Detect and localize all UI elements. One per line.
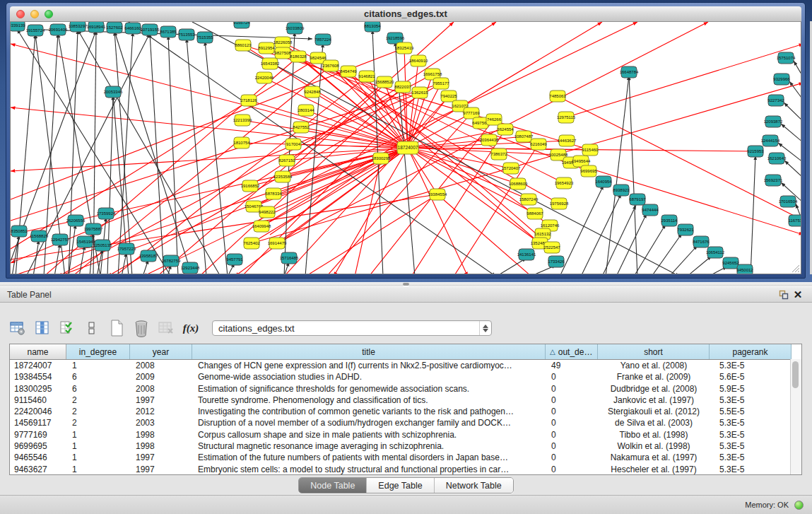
yellow-node[interactable]: 7386372 (490, 148, 507, 160)
yellow-node[interactable]: 8454749 (340, 66, 357, 77)
yellow-node[interactable]: 12213399 (233, 115, 252, 126)
cell-name[interactable]: 9699695 (10, 440, 66, 452)
table-edit-icon[interactable] (58, 319, 76, 337)
teal-node[interactable]: 12942757 (51, 234, 70, 245)
cell-year[interactable]: 1997 (130, 395, 192, 406)
teal-node[interactable]: 8471676 (693, 236, 710, 247)
cell-in_degree[interactable]: 1 (66, 429, 130, 440)
yellow-node[interactable]: 14463627 (558, 135, 577, 146)
citation-edge-red[interactable] (558, 96, 801, 221)
cell-year[interactable]: 2009 (130, 371, 192, 382)
cell-out_degree[interactable]: 0 (546, 395, 598, 406)
citation-edge-black[interactable] (372, 30, 383, 274)
teal-node[interactable]: 10654112 (706, 247, 725, 258)
citation-edge-black[interactable] (581, 194, 621, 274)
table-row[interactable]: 977716911998Corpus callosum shape and si… (10, 429, 801, 440)
network-canvas-svg[interactable]: 8339139191557242069140610853297169189411… (11, 22, 801, 274)
teal-node[interactable]: 13958187 (139, 250, 158, 262)
yellow-node[interactable]: 10688609 (509, 178, 528, 189)
yellow-node[interactable]: 18640910 (409, 55, 428, 66)
teal-node[interactable]: 1733426 (548, 256, 565, 267)
citation-edge-black[interactable] (781, 124, 801, 143)
teal-node[interactable]: 11568829 (30, 230, 49, 242)
teal-node[interactable]: 1527602 (106, 22, 123, 33)
teal-node[interactable]: 10719155 (141, 24, 160, 35)
table-row[interactable]: 1872400712008Changes of HCN gene express… (10, 360, 801, 371)
teal-node[interactable]: 15716485 (280, 252, 299, 264)
teal-node[interactable]: 14136141 (517, 249, 536, 260)
teal-node[interactable]: 9227342 (767, 95, 784, 106)
cell-year[interactable]: 2003 (130, 417, 192, 428)
citation-edge-black[interactable] (794, 61, 801, 78)
cell-year[interactable]: 2008 (130, 360, 192, 371)
yellow-node[interactable]: 22420046 (255, 72, 274, 83)
cell-in_degree[interactable]: 1 (66, 440, 130, 452)
cell-title[interactable]: Structural magnetic resonance image aver… (192, 440, 546, 452)
citation-edge-black[interactable] (33, 240, 39, 274)
citation-edge-black[interactable] (560, 185, 604, 274)
teal-node[interactable]: 16918941 (87, 22, 106, 33)
teal-node[interactable]: 7513553 (178, 29, 195, 40)
cell-name[interactable]: 14569117 (10, 417, 66, 428)
yellow-node[interactable]: 18300295 (372, 153, 391, 164)
yellow-node[interactable]: 18325419 (395, 42, 414, 54)
teal-node[interactable]: 9329966 (773, 74, 790, 85)
cell-out_degree[interactable]: 0 (546, 383, 598, 395)
teal-node[interactable]: 10853297 (69, 22, 88, 32)
teal-node[interactable]: 9450012 (736, 264, 753, 274)
teal-node[interactable]: 12444154 (761, 135, 780, 146)
citation-edge-red[interactable] (11, 148, 408, 171)
cell-pagerank[interactable]: 5.6E-5 (710, 371, 792, 382)
cell-short[interactable]: Tibbo et al. (1998) (598, 429, 710, 440)
teal-node[interactable]: 8813054 (364, 22, 381, 32)
yellow-node[interactable]: 7625402 (243, 238, 260, 249)
teal-node[interactable]: 16648784 (620, 66, 639, 78)
cell-year[interactable]: 1997 (130, 464, 192, 475)
cell-short[interactable]: Hescheler et al. (1997) (598, 464, 710, 475)
cell-year[interactable]: 1997 (130, 452, 192, 463)
teal-node[interactable]: 15751074 (777, 52, 796, 64)
teal-node[interactable]: 19975887 (84, 223, 103, 235)
cell-pagerank[interactable]: 5.3E-5 (710, 452, 792, 463)
table-row[interactable]: 946362711997Embryonic stem cells: a mode… (10, 464, 801, 475)
rows-icon[interactable] (83, 319, 101, 337)
citation-edge-black[interactable] (54, 243, 60, 274)
function-builder-icon[interactable]: f(x) (182, 319, 200, 337)
citation-edge-black[interactable] (669, 245, 698, 274)
cell-year[interactable]: 2008 (130, 383, 192, 395)
citation-edge-black[interactable] (69, 30, 78, 274)
yellow-node[interactable]: 9242848 (304, 86, 321, 98)
teal-node[interactable]: 8350851 (11, 226, 28, 237)
citation-edge-black[interactable] (784, 103, 801, 122)
table-row[interactable]: 946554611997Estimation of the future num… (10, 452, 801, 463)
cell-short[interactable]: Yano et al. (2008) (598, 360, 710, 371)
yellow-node[interactable]: 19384554 (428, 189, 447, 200)
yellow-node[interactable]: 15720407 (502, 163, 521, 174)
cell-pagerank[interactable]: 5.5E-5 (710, 406, 792, 417)
citation-edge-red[interactable] (305, 194, 437, 274)
teal-node[interactable]: 6466160 (124, 23, 141, 34)
cell-out_degree[interactable]: 49 (546, 360, 598, 371)
delete-trash-icon[interactable] (132, 319, 151, 337)
cell-title[interactable]: Changes of HCN gene expression and I(f) … (192, 360, 546, 371)
yellow-node[interactable]: 16914479 (268, 238, 287, 249)
cell-short[interactable]: Dudbridge et al. (2008) (598, 383, 710, 395)
teal-node[interactable]: 1545194 (76, 236, 93, 247)
cell-pagerank[interactable]: 5.3E-5 (710, 429, 792, 440)
yellow-node[interactable]: 12353584 (273, 171, 293, 182)
teal-node[interactable]: 16782759 (162, 255, 181, 267)
teal-node[interactable]: 1640954 (595, 176, 612, 187)
cell-title[interactable]: Embryonic stem cells: a model to study s… (192, 464, 546, 475)
cell-out_degree[interactable]: 0 (546, 371, 598, 382)
yellow-node[interactable]: 8267150 (278, 155, 295, 166)
yellow-node[interactable]: 1810754 (233, 137, 250, 148)
cell-pagerank[interactable]: 5.3E-5 (710, 395, 792, 406)
cell-title[interactable]: Estimation of significance thresholds fo… (192, 383, 546, 395)
cell-in_degree[interactable]: 6 (66, 371, 130, 382)
cell-year[interactable]: 2012 (130, 406, 192, 417)
yellow-node[interactable]: 917004 (286, 139, 301, 150)
yellow-node[interactable]: 16543382 (261, 58, 280, 69)
cell-title[interactable]: Tourette syndrome. Phenomenology and cla… (192, 395, 546, 406)
teal-node[interactable]: 7515355 (196, 32, 213, 43)
resize-grip[interactable] (791, 264, 800, 273)
